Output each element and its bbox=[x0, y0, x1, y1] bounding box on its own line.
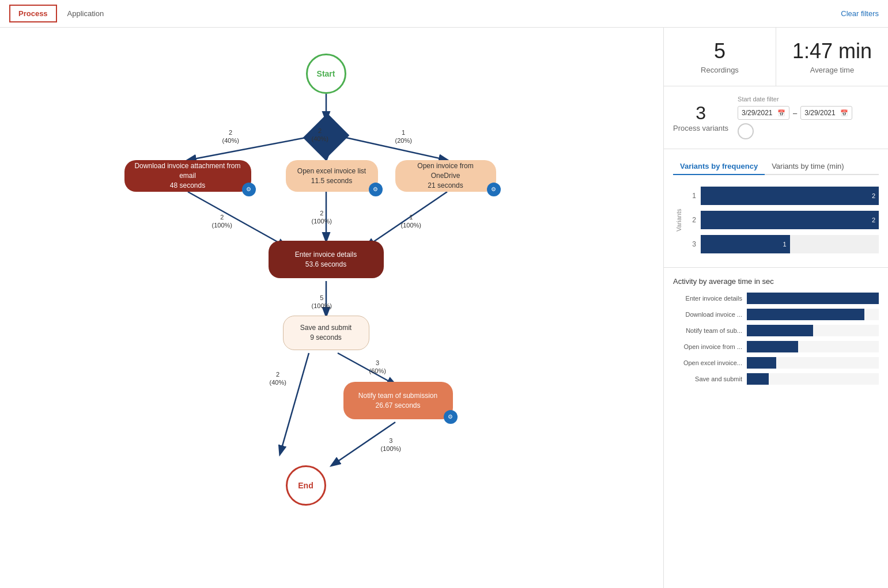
node-onedrive[interactable]: Open invoice from OneDrive21 seconds ⚙ bbox=[395, 160, 496, 192]
activity-bar-container-2: 27 bbox=[747, 325, 879, 336]
chart-tabs: Variants by frequency Variants by time (… bbox=[673, 158, 879, 175]
date-filter-label: Start date filter bbox=[738, 96, 879, 103]
activity-bar-container-5: 9 bbox=[747, 373, 879, 385]
edge-label-3: 1(20%) bbox=[395, 128, 412, 145]
bar-fill-3: 1 bbox=[701, 235, 790, 253]
node-end[interactable]: End bbox=[286, 465, 326, 506]
activity-bar-container-3: 21 bbox=[747, 341, 879, 352]
svg-line-8 bbox=[338, 353, 395, 385]
activity-bar-container-4: 12 bbox=[747, 357, 879, 369]
y-axis-label: Variants bbox=[673, 182, 685, 258]
bars-area: 1 2 2 2 bbox=[685, 182, 879, 258]
svg-line-1 bbox=[188, 137, 309, 160]
recordings-label: Recordings bbox=[675, 66, 764, 74]
variants-chart-wrapper: Variants 1 2 2 bbox=[673, 182, 879, 258]
variants-chart-section: Variants by frequency Variants by time (… bbox=[664, 149, 888, 268]
right-panel: 5 Recordings 1:47 min Average time 3 Pro… bbox=[663, 28, 888, 588]
edge-label-10: 3(100%) bbox=[381, 437, 401, 453]
edge-label-6: 1(100%) bbox=[401, 213, 421, 230]
bar-fill-1: 2 bbox=[701, 187, 879, 205]
stat-avg-time: 1:47 min Average time bbox=[776, 28, 888, 86]
flow-diagram: Start Download invoice attachment from e… bbox=[113, 39, 551, 557]
activity-bar-row-2: Notify team of sub... 27 bbox=[673, 325, 879, 336]
svg-line-9 bbox=[280, 353, 309, 454]
activity-bar-chart: Enter invoice details 54 Download invoic… bbox=[673, 293, 879, 385]
activity-title: Activity by average time in sec bbox=[673, 277, 879, 286]
tab-process[interactable]: Process bbox=[9, 5, 57, 22]
edge-label-8: 3(60%) bbox=[369, 359, 386, 375]
bar-row-2: 2 2 bbox=[685, 211, 879, 229]
tab-application[interactable]: Application bbox=[59, 5, 112, 22]
date-from-input[interactable]: 3/29/2021 📅 bbox=[738, 106, 789, 120]
activity-bar-row-1: Download invoice ... 48 bbox=[673, 309, 879, 320]
process-variants-count: 3 Process variants bbox=[673, 103, 728, 132]
edge-label-2: 2(40%) bbox=[312, 127, 328, 143]
edge-label-1: 2(40%) bbox=[222, 128, 239, 145]
edge-label-7: 5(100%) bbox=[312, 294, 332, 310]
bar-row-1: 1 2 bbox=[685, 187, 879, 205]
bar-chart: 1 2 2 2 bbox=[685, 182, 879, 258]
activity-bar-container-0: 54 bbox=[747, 293, 879, 304]
activity-bar-row-5: Save and submit 9 bbox=[673, 373, 879, 385]
edge-label-5: 2(100%) bbox=[312, 209, 332, 226]
main-content: Start Download invoice attachment from e… bbox=[0, 28, 888, 588]
flow-panel: Start Download invoice attachment from e… bbox=[0, 28, 663, 588]
recordings-value: 5 bbox=[675, 39, 764, 63]
edge-label-4: 2(100%) bbox=[212, 213, 232, 230]
svg-line-4 bbox=[188, 192, 286, 246]
date-inputs: 3/29/2021 📅 – 3/29/2021 📅 bbox=[738, 106, 879, 120]
bar-container-1: 2 bbox=[701, 187, 879, 205]
node-start[interactable]: Start bbox=[306, 54, 346, 94]
node-save[interactable]: Save and submit9 seconds bbox=[283, 316, 369, 350]
branch-icon-download[interactable]: ⚙ bbox=[242, 183, 256, 196]
tab-group: Process Application bbox=[9, 5, 112, 22]
branch-icon-excel[interactable]: ⚙ bbox=[369, 183, 383, 196]
bar-container-2: 2 bbox=[701, 211, 879, 229]
bar-fill-2: 2 bbox=[701, 211, 879, 229]
activity-bar-row-4: Open excel invoice... 12 bbox=[673, 357, 879, 369]
activity-bar-container-1: 48 bbox=[747, 309, 879, 320]
date-filter: Start date filter 3/29/2021 📅 – 3/29/202… bbox=[738, 96, 879, 139]
activity-bar-row-0: Enter invoice details 54 bbox=[673, 293, 879, 304]
clear-filters-button[interactable]: Clear filters bbox=[841, 9, 879, 18]
stat-recordings: 5 Recordings bbox=[664, 28, 776, 86]
activity-bar-row-3: Open invoice from ... 21 bbox=[673, 341, 879, 352]
calendar-icon-from: 📅 bbox=[777, 109, 785, 117]
tab-variants-frequency[interactable]: Variants by frequency bbox=[673, 158, 765, 175]
branch-icon-onedrive[interactable]: ⚙ bbox=[487, 183, 501, 196]
variants-filter: 3 Process variants Start date filter 3/2… bbox=[664, 86, 888, 149]
edge-label-9: 2(40%) bbox=[270, 370, 286, 387]
avg-time-label: Average time bbox=[788, 66, 876, 74]
pv-label: Process variants bbox=[673, 124, 728, 132]
top-navigation: Process Application Clear filters bbox=[0, 0, 888, 28]
pv-value: 3 bbox=[673, 103, 728, 124]
stats-row: 5 Recordings 1:47 min Average time bbox=[664, 28, 888, 86]
tab-variants-time[interactable]: Variants by time (min) bbox=[765, 158, 851, 175]
date-to-input[interactable]: 3/29/2021 📅 bbox=[800, 106, 852, 120]
activity-section: Activity by average time in sec Enter in… bbox=[664, 268, 888, 394]
node-enter[interactable]: Enter invoice details53.6 seconds bbox=[269, 241, 384, 278]
avg-time-value: 1:47 min bbox=[788, 39, 876, 63]
node-excel[interactable]: Open excel invoice list11.5 seconds ⚙ bbox=[286, 160, 378, 192]
filter-circle[interactable] bbox=[738, 123, 754, 139]
node-download[interactable]: Download invoice attachment from email48… bbox=[124, 160, 251, 192]
bar-row-3: 3 1 bbox=[685, 235, 879, 253]
bar-container-3: 1 bbox=[701, 235, 879, 253]
calendar-icon-to: 📅 bbox=[840, 109, 848, 117]
branch-icon-notify[interactable]: ⚙ bbox=[444, 410, 458, 424]
node-notify[interactable]: Notify team of submission26.67 seconds ⚙ bbox=[343, 382, 453, 419]
